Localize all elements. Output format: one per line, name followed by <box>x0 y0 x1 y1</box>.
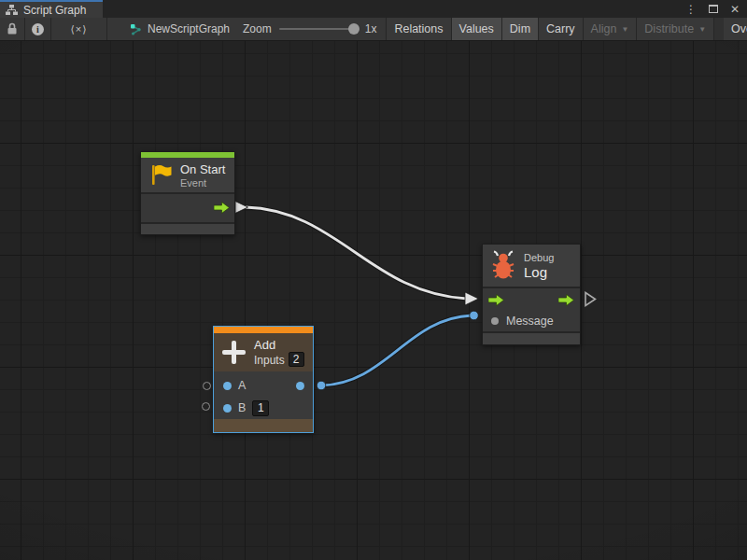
node-subtitle: Event <box>180 177 225 189</box>
wire-layer <box>0 41 747 560</box>
carry-button[interactable]: Carry <box>539 18 584 40</box>
zoom-slider[interactable] <box>279 28 358 30</box>
result-output-port[interactable] <box>296 382 304 390</box>
script-graph-window: Script Graph ⋮ ✕ i ⟨×⟩ <box>0 0 747 560</box>
tab-title: Script Graph <box>23 4 86 17</box>
wire-add-to-message[interactable] <box>321 315 472 385</box>
code-brackets-icon: ⟨×⟩ <box>70 23 87 35</box>
port-b-input[interactable] <box>223 404 232 413</box>
plus-icon <box>222 341 246 364</box>
flag-icon <box>148 163 173 188</box>
add-result-output-connector[interactable] <box>317 381 326 390</box>
script-graph-asset-icon <box>130 23 142 35</box>
wire-onstart-to-log[interactable] <box>246 207 467 299</box>
port-b-outer-connector[interactable] <box>202 402 210 411</box>
graph-canvas[interactable]: On Start Event <box>0 41 747 560</box>
window-menu-icon[interactable]: ⋮ <box>685 4 697 15</box>
zoom-value: 1x <box>365 22 377 35</box>
port-a-label: A <box>238 379 246 392</box>
align-dropdown[interactable]: Align ▼ <box>584 18 638 40</box>
node-footer <box>141 224 234 234</box>
distribute-dropdown[interactable]: Distribute ▼ <box>637 18 714 40</box>
info-button[interactable]: i <box>25 18 51 40</box>
selection-stripe <box>214 327 313 333</box>
message-port-label: Message <box>506 315 554 328</box>
port-a-outer-connector[interactable] <box>203 382 211 390</box>
port-b-value-field[interactable]: 1 <box>252 400 269 416</box>
lock-icon <box>7 22 18 35</box>
overview-button[interactable]: Overview <box>724 18 747 40</box>
log-flow-input-connector[interactable] <box>465 292 479 305</box>
window-maximize-icon[interactable] <box>709 5 718 13</box>
titlebar-spacer <box>103 0 685 18</box>
zoom-slider-handle[interactable] <box>348 23 359 35</box>
window-close-icon[interactable]: ✕ <box>730 4 740 15</box>
port-b-label: B <box>238 401 246 414</box>
relations-button[interactable]: Relations <box>387 18 451 40</box>
log-flow-output-connector[interactable] <box>585 293 596 306</box>
graph-hierarchy-icon <box>6 5 18 16</box>
zoom-label: Zoom <box>243 22 272 35</box>
node-title: Log <box>524 264 554 280</box>
inputs-label: Inputs <box>254 354 285 367</box>
graph-breadcrumb[interactable]: NewScriptGraph <box>107 18 243 40</box>
node-title: On Start <box>180 162 225 176</box>
message-input-port[interactable] <box>491 317 499 325</box>
dim-button[interactable]: Dim <box>502 18 539 40</box>
node-on-start[interactable]: On Start Event <box>140 151 235 235</box>
node-footer <box>214 419 313 432</box>
port-a-input[interactable] <box>223 382 232 390</box>
inputs-count-badge: 2 <box>289 352 304 367</box>
flow-output-port[interactable] <box>214 202 230 214</box>
chevron-down-icon: ▼ <box>698 25 706 34</box>
bug-icon <box>490 250 516 281</box>
node-category: Debug <box>524 252 554 263</box>
graph-name: NewScriptGraph <box>148 22 230 35</box>
edit-script-button[interactable]: ⟨×⟩ <box>51 18 107 40</box>
graph-toolbar: i ⟨×⟩ NewScriptGraph Zoom 1x Relations V… <box>0 18 747 41</box>
node-add[interactable]: Add Inputs 2 A B 1 <box>213 326 314 433</box>
lock-button[interactable] <box>0 18 25 40</box>
log-message-input-connector[interactable] <box>470 311 479 320</box>
node-footer <box>483 333 580 344</box>
node-debug-log[interactable]: Debug Log Message <box>482 244 581 345</box>
values-button[interactable]: Values <box>452 18 502 40</box>
tab-script-graph[interactable]: Script Graph <box>0 0 103 18</box>
node-title: Add <box>254 338 304 352</box>
flow-output-port[interactable] <box>558 294 574 306</box>
flow-input-port[interactable] <box>488 294 504 306</box>
title-bar: Script Graph ⋮ ✕ <box>0 0 747 18</box>
chevron-down-icon: ▼ <box>621 25 628 34</box>
info-icon: i <box>32 23 44 35</box>
zoom-control: Zoom 1x <box>243 18 387 40</box>
onstart-flow-output-connector[interactable] <box>235 202 248 214</box>
